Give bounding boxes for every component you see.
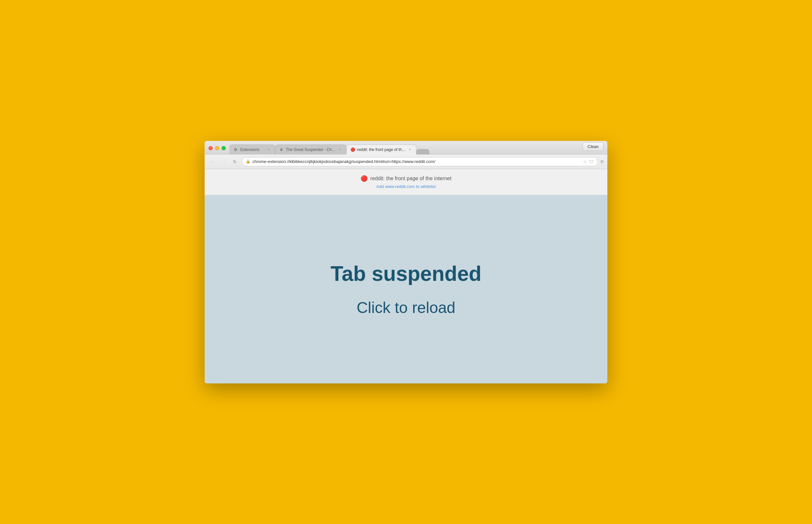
traffic-lights (209, 146, 226, 154)
click-to-reload[interactable]: Click to reload (357, 299, 455, 316)
reddit-favicon: 🔴 (351, 147, 355, 152)
tab-reddit-close[interactable]: × (408, 147, 412, 152)
tab-great-suspender[interactable]: ⏸ The Great Suspender - Ch… × (275, 145, 346, 154)
tab-great-suspender-label: The Great Suspender - Ch… (286, 147, 336, 152)
tab-empty (417, 149, 429, 154)
menu-icon[interactable]: ≡ (601, 159, 603, 165)
maximize-button[interactable] (222, 146, 226, 150)
tab-extensions[interactable]: ⚙ Extensions × (230, 145, 275, 154)
clean-button[interactable]: Clean (583, 142, 603, 151)
extensions-favicon: ⚙ (234, 147, 239, 152)
url-input[interactable] (253, 159, 581, 164)
browser-window: ⚙ Extensions × ⏸ The Great Suspender - C… (205, 141, 607, 383)
page-content[interactable]: Tab suspended Click to reload (205, 195, 607, 383)
minimize-button[interactable] (215, 146, 219, 150)
extension-icon[interactable]: 🛡 (589, 159, 594, 164)
address-bar-actions: ☆ 🛡 (583, 159, 594, 164)
nav-bar: ← → ↻ 🔒 ☆ 🛡 ≡ (205, 154, 607, 169)
reload-button[interactable]: ↻ (231, 158, 239, 166)
tab-great-suspender-close[interactable]: × (338, 147, 342, 152)
title-bar: ⚙ Extensions × ⏸ The Great Suspender - C… (205, 141, 607, 154)
reload-icon: ↻ (233, 159, 237, 164)
page-header-title: 🔴 reddit: the front page of the internet (211, 175, 601, 182)
close-button[interactable] (209, 146, 213, 150)
forward-icon: → (222, 159, 226, 164)
forward-button[interactable]: → (220, 158, 228, 166)
tab-reddit[interactable]: 🔴 reddit: the front page of th… × (346, 145, 416, 154)
whitelist-link[interactable]: Add www.reddit.com to whitelist (211, 184, 601, 189)
back-button[interactable]: ← (209, 158, 217, 166)
tabs-container: ⚙ Extensions × ⏸ The Great Suspender - C… (230, 144, 603, 154)
tab-extensions-close[interactable]: × (266, 147, 271, 152)
reddit-site-icon: 🔴 (360, 175, 368, 182)
tab-reddit-label: reddit: the front page of th… (357, 147, 405, 152)
lock-icon: 🔒 (246, 159, 250, 164)
back-icon: ← (210, 159, 215, 164)
tab-suspended-heading[interactable]: Tab suspended (331, 262, 482, 286)
page-header: 🔴 reddit: the front page of the internet… (205, 169, 607, 195)
nav-right-icons: ≡ (601, 159, 603, 165)
site-title: reddit: the front page of the internet (370, 176, 452, 181)
great-suspender-favicon: ⏸ (279, 147, 284, 152)
star-icon[interactable]: ☆ (583, 159, 587, 164)
address-bar[interactable]: 🔒 ☆ 🛡 (242, 157, 598, 166)
tab-extensions-label: Extensions (240, 147, 264, 152)
